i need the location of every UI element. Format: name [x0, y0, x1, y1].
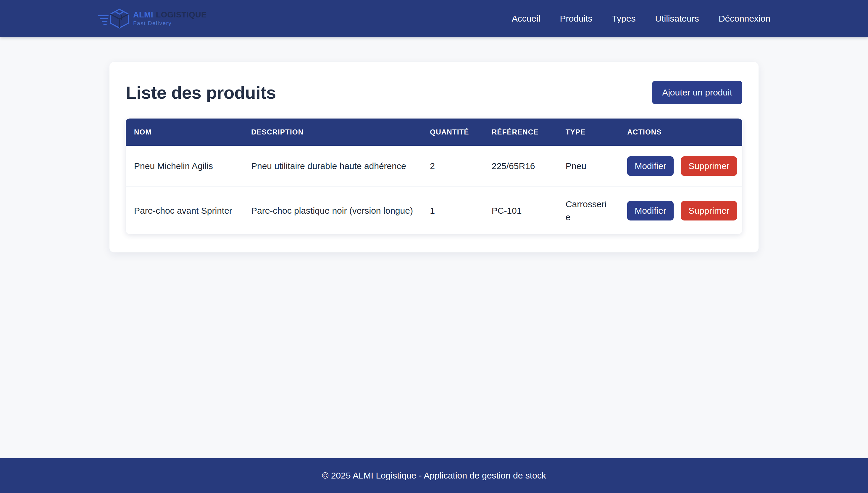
brand-tagline: Fast Delivery [133, 20, 207, 26]
nav-item-types[interactable]: Types [612, 14, 635, 24]
nav-item-utilisateurs[interactable]: Utilisateurs [655, 14, 699, 24]
add-product-button[interactable]: Ajouter un produit [652, 81, 742, 104]
delete-button[interactable]: Supprimer [681, 201, 736, 220]
cell-reference: 225/65R16 [483, 146, 557, 187]
cell-reference: PC-101 [483, 187, 557, 234]
column-header-nom: NOM [126, 119, 243, 146]
column-header-type: TYPE [557, 119, 619, 146]
edit-button[interactable]: Modifier [627, 156, 674, 176]
navbar: ALMILOGISTIQUE Fast Delivery Accueil Pro… [0, 0, 868, 37]
brand-logo[interactable]: ALMILOGISTIQUE Fast Delivery [98, 8, 207, 29]
column-header-quantite: QUANTITÉ [422, 119, 483, 146]
column-header-actions: ACTIONS [619, 119, 742, 146]
nav-item-deconnexion[interactable]: Déconnexion [719, 14, 770, 24]
cell-actions: Modifier Supprimer [619, 187, 742, 234]
footer-text: © 2025 ALMI Logistique - Application de … [322, 471, 546, 480]
cell-type: Pneu [557, 146, 619, 187]
cell-quantite: 1 [422, 187, 483, 234]
main-content: Liste des produits Ajouter un produit NO… [0, 37, 868, 458]
nav-item-accueil[interactable]: Accueil [512, 14, 541, 24]
nav-links: Accueil Produits Types Utilisateurs Déco… [512, 14, 770, 24]
cell-actions: Modifier Supprimer [619, 146, 742, 187]
delivery-box-icon [98, 8, 130, 29]
card-header-row: Liste des produits Ajouter un produit [126, 81, 742, 104]
page-title: Liste des produits [126, 83, 276, 103]
cell-description: Pneu utilitaire durable haute adhérence [243, 146, 422, 187]
brand-name: ALMILOGISTIQUE [133, 10, 207, 19]
delete-button[interactable]: Supprimer [681, 156, 736, 176]
table-header-row: NOM DESCRIPTION QUANTITÉ RÉFÉRENCE TYPE … [126, 119, 742, 146]
brand-name-primary: ALMI [133, 10, 153, 19]
cell-nom: Pare-choc avant Sprinter [126, 187, 243, 234]
edit-button[interactable]: Modifier [627, 201, 674, 220]
table-row: Pneu Michelin Agilis Pneu utilitaire dur… [126, 146, 742, 187]
products-card: Liste des produits Ajouter un produit NO… [109, 62, 759, 252]
cell-description: Pare-choc plastique noir (version longue… [243, 187, 422, 234]
table-row: Pare-choc avant Sprinter Pare-choc plast… [126, 187, 742, 234]
column-header-reference: RÉFÉRENCE [483, 119, 557, 146]
products-table: NOM DESCRIPTION QUANTITÉ RÉFÉRENCE TYPE … [126, 119, 742, 234]
footer: © 2025 ALMI Logistique - Application de … [0, 458, 868, 493]
cell-quantite: 2 [422, 146, 483, 187]
column-header-description: DESCRIPTION [243, 119, 422, 146]
cell-nom: Pneu Michelin Agilis [126, 146, 243, 187]
brand-name-secondary: LOGISTIQUE [156, 10, 207, 19]
cell-type: Carrosserie [557, 187, 619, 234]
nav-item-produits[interactable]: Produits [560, 14, 592, 24]
